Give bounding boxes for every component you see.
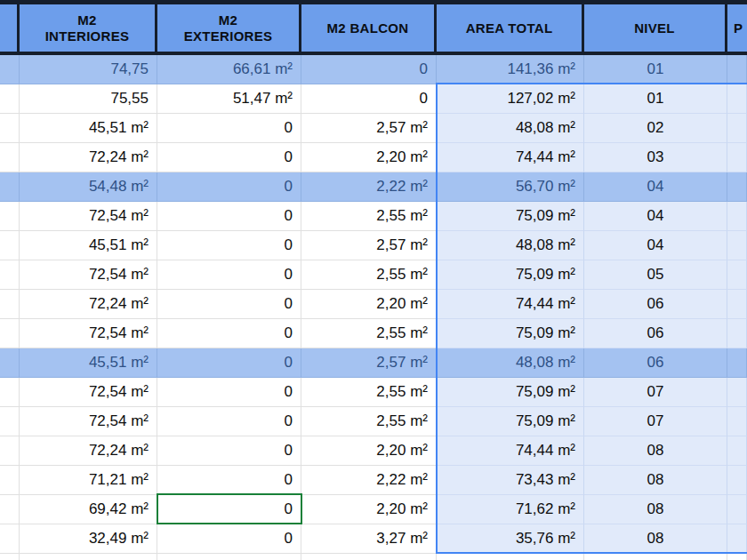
cell-m2-interiores[interactable]: 69,42 m² [20,495,157,524]
cell-m2-interiores[interactable]: 32,49 m² [20,524,157,554]
cell-next-col-partial[interactable] [727,554,747,560]
cell-m2-interiores[interactable] [20,554,157,560]
cell-m2-interiores[interactable]: 74,75 [20,55,157,84]
cell-area-total[interactable]: 127,02 m² [437,84,584,114]
cell-m2-exteriores[interactable]: 0 [157,524,301,554]
cell-next-col-partial[interactable] [727,524,747,554]
cell-area-total[interactable]: 74,44 m² [437,436,584,466]
cell-row-edge[interactable] [0,495,20,524]
cell-row-edge[interactable] [0,231,20,260]
cell-m2-exteriores[interactable]: 66,61 m² [157,55,301,84]
cell-row-edge[interactable] [0,290,20,319]
cell-m2-exteriores[interactable]: 0 [157,319,301,348]
cell-area-total[interactable]: 75,09 m² [437,202,584,231]
cell-row-edge[interactable] [0,260,20,290]
cell-area-total[interactable]: 75,09 m² [437,319,584,348]
cell-nivel[interactable]: 04 [584,231,727,260]
cell-next-col-partial[interactable] [727,231,747,260]
cell-next-col-partial[interactable] [727,436,747,466]
cell-area-total[interactable]: 141,36 m² [437,55,584,84]
cell-m2-interiores[interactable]: 72,54 m² [20,202,157,231]
cell-nivel[interactable]: 05 [584,260,727,290]
cell-next-col-partial[interactable] [727,495,747,524]
cell-m2-balcon[interactable]: 2,57 m² [301,348,437,378]
cell-nivel[interactable]: 01 [584,55,727,84]
cell-row-edge[interactable] [0,143,20,172]
cell-area-total[interactable]: 73,43 m² [437,466,584,495]
cell-m2-interiores[interactable]: 71,21 m² [20,466,157,495]
cell-m2-exteriores[interactable]: 0 [157,231,301,260]
cell-m2-balcon[interactable]: 2,55 m² [301,202,437,231]
cell-m2-balcon[interactable]: 2,20 m² [301,290,437,319]
cell-m2-balcon[interactable]: 2,22 m² [301,466,437,495]
cell-row-edge[interactable] [0,114,20,143]
cell-m2-balcon[interactable]: 2,57 m² [301,231,437,260]
cell-next-col-partial[interactable] [727,84,747,114]
cell-m2-interiores[interactable]: 72,24 m² [20,290,157,319]
cell-m2-exteriores[interactable] [157,554,301,560]
cell-m2-balcon[interactable]: 0 [301,55,437,84]
cell-m2-exteriores[interactable]: 0 [157,172,301,202]
cell-m2-exteriores[interactable]: 0 [157,466,301,495]
cell-next-col-partial[interactable] [727,260,747,290]
cell-row-edge[interactable] [0,554,20,560]
cell-row-edge[interactable] [0,407,20,436]
cell-m2-balcon[interactable]: 2,55 m² [301,407,437,436]
cell-m2-interiores[interactable]: 72,24 m² [20,436,157,466]
cell-m2-balcon[interactable]: 2,55 m² [301,260,437,290]
cell-area-total[interactable]: 48,08 m² [437,114,584,143]
cell-m2-balcon[interactable]: 2,57 m² [301,114,437,143]
cell-m2-interiores[interactable]: 54,48 m² [20,172,157,202]
cell-nivel[interactable]: 03 [584,143,727,172]
cell-next-col-partial[interactable] [727,172,747,202]
cell-m2-exteriores[interactable]: 0 [157,290,301,319]
cell-nivel[interactable]: 08 [584,495,727,524]
cell-m2-interiores[interactable]: 72,54 m² [20,407,157,436]
cell-m2-interiores[interactable]: 72,54 m² [20,260,157,290]
column-header-next-partial[interactable]: P [727,4,747,52]
cell-area-total[interactable]: 75,09 m² [437,260,584,290]
cell-nivel[interactable]: 07 [584,378,727,407]
cell-next-col-partial[interactable] [727,466,747,495]
cell-row-edge[interactable] [0,436,20,466]
cell-nivel[interactable]: 04 [584,172,727,202]
cell-m2-exteriores[interactable]: 0 [157,348,301,378]
cell-next-col-partial[interactable] [727,319,747,348]
cell-m2-interiores[interactable]: 72,54 m² [20,378,157,407]
cell-row-edge[interactable] [0,84,20,114]
cell-area-total[interactable]: 74,44 m² [437,290,584,319]
cell-next-col-partial[interactable] [727,202,747,231]
cell-m2-exteriores[interactable]: 0 [157,436,301,466]
cell-area-total[interactable] [437,554,584,560]
cell-row-edge[interactable] [0,172,20,202]
cell-nivel[interactable]: 04 [584,202,727,231]
cell-m2-exteriores[interactable]: 51,47 m² [157,84,301,114]
cell-m2-interiores[interactable]: 45,51 m² [20,114,157,143]
cell-row-edge[interactable] [0,319,20,348]
column-header-nivel[interactable]: NIVEL [584,4,727,52]
cell-m2-balcon[interactable]: 2,20 m² [301,143,437,172]
cell-next-col-partial[interactable] [727,378,747,407]
cell-m2-balcon[interactable]: 2,22 m² [301,172,437,202]
cell-next-col-partial[interactable] [727,290,747,319]
cell-area-total[interactable]: 48,08 m² [437,348,584,378]
cell-m2-exteriores[interactable]: 0 [157,143,301,172]
cell-m2-interiores[interactable]: 45,51 m² [20,348,157,378]
cell-nivel[interactable]: 08 [584,466,727,495]
column-header-m2-interiores[interactable]: M2 INTERIORES [20,4,157,52]
cell-m2-exteriores[interactable]: 0 [157,114,301,143]
cell-row-edge[interactable] [0,202,20,231]
cell-nivel[interactable]: 08 [584,436,727,466]
cell-m2-interiores[interactable]: 72,54 m² [20,319,157,348]
cell-area-total[interactable]: 56,70 m² [437,172,584,202]
cell-m2-exteriores[interactable]: 0 [157,378,301,407]
cell-m2-balcon[interactable]: 2,20 m² [301,436,437,466]
cell-m2-exteriores[interactable]: 0 [157,260,301,290]
cell-m2-balcon[interactable]: 2,55 m² [301,378,437,407]
cell-area-total[interactable]: 75,09 m² [437,378,584,407]
cell-next-col-partial[interactable] [727,348,747,378]
cell-m2-balcon[interactable]: 2,20 m² [301,495,437,524]
cell-row-edge[interactable] [0,466,20,495]
cell-m2-exteriores[interactable]: 0 [157,202,301,231]
cell-area-total[interactable]: 71,62 m² [437,495,584,524]
